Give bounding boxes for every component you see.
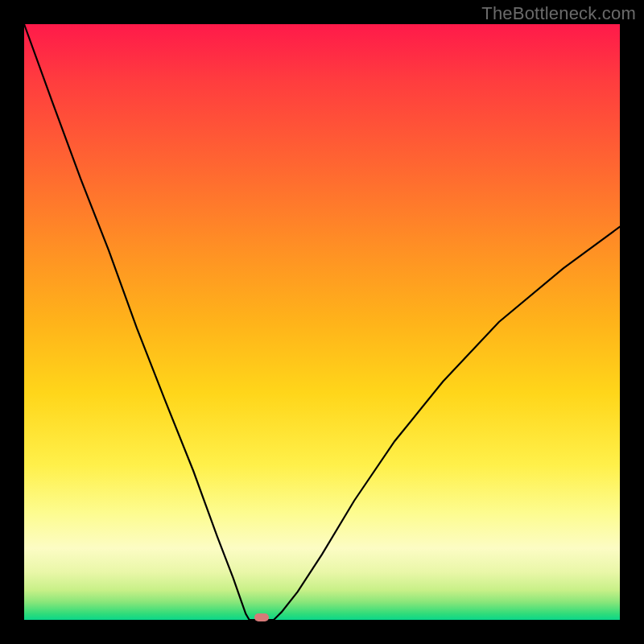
curve-path [24, 24, 620, 620]
chart-frame: TheBottleneck.com [0, 0, 644, 644]
plot-area [24, 24, 620, 620]
watermark-text: TheBottleneck.com [481, 3, 636, 24]
bottleneck-curve [24, 24, 620, 620]
minimum-marker [254, 613, 269, 621]
